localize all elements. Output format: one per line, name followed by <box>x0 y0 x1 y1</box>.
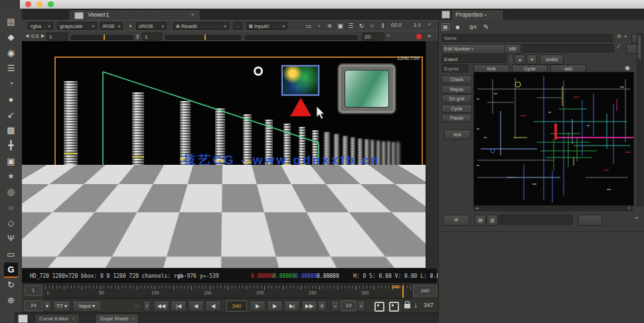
transport-forward-button-0[interactable]: ▶ <box>250 300 266 312</box>
sidebar-deep-icon[interactable]: ◎ <box>0 185 22 199</box>
edit-number-dropdown[interactable]: Edit Number ▾ <box>442 44 507 54</box>
pause-icon[interactable]: ‖ <box>378 22 388 30</box>
transport-back-button-3[interactable]: ◀ <box>205 300 221 312</box>
downsample-dropdown[interactable]: 20 <box>362 33 384 41</box>
texture-thumbnail[interactable] <box>282 65 319 96</box>
gain-right-arrow[interactable]: ▶ <box>41 33 44 39</box>
frame-field[interactable]: 340 <box>226 300 247 312</box>
transport-back-button-2[interactable]: ◀ <box>188 300 204 312</box>
ax-icon[interactable]: a× <box>469 23 477 31</box>
sidebar-metadata-icon[interactable]: ◇ <box>0 216 22 230</box>
pixel-ratio[interactable]: 1:1 <box>414 22 421 28</box>
tab-viewer1[interactable]: Viewer1 × <box>68 9 201 21</box>
sidebar-transform-icon[interactable]: ╋ <box>0 138 22 152</box>
refresh-icon[interactable]: ↻ <box>357 22 366 30</box>
tt-dropdown[interactable]: TT ▾ <box>53 300 70 312</box>
canvas-v-scrollbar[interactable] <box>637 33 643 206</box>
pane-icon[interactable] <box>18 314 28 323</box>
up-button[interactable]: ▴ <box>515 54 525 64</box>
pane-icon[interactable] <box>442 11 450 19</box>
channels-dropdown[interactable]: grayscale▾ <box>57 22 97 30</box>
graph-search-field[interactable] <box>499 215 573 225</box>
gain-input[interactable]: 1 <box>46 33 68 41</box>
frame-ruler[interactable]: 150100150200250300340 <box>44 284 412 298</box>
sidebar-g-logo[interactable]: G <box>4 263 18 278</box>
minimize-window-button[interactable] <box>37 1 42 7</box>
input-cursor-icon[interactable]: ➣ <box>427 33 432 39</box>
tab-curve-editor[interactable]: Curve Editor× <box>35 314 80 323</box>
sidebar-views-icon[interactable]: ○ <box>0 201 22 215</box>
sidebar-draw-icon[interactable]: ◆ <box>0 30 22 44</box>
zoom-level[interactable]: 02.0 <box>391 22 402 28</box>
input-b-dropdown[interactable]: B Input0▾ <box>246 22 287 30</box>
playhead[interactable] <box>402 285 404 298</box>
sidebar-help-icon[interactable]: ⊕ <box>0 293 22 307</box>
grid-toggle-icon[interactable]: ▤ <box>475 215 486 226</box>
fullscreen-toggle-icon[interactable] <box>374 302 384 312</box>
grid-icon[interactable]: ▦ <box>442 23 449 31</box>
increment-button[interactable]: + <box>357 300 365 312</box>
swatch-icon[interactable]: ■ <box>455 23 459 31</box>
sidebar-viewer-layout-icon[interactable]: ▤ <box>0 15 22 29</box>
transport-forward-button-2[interactable]: ▶| <box>284 300 300 312</box>
gamma-input[interactable]: 1 <box>142 33 162 41</box>
zoom-caret-icon[interactable]: ▾ <box>428 22 431 27</box>
extent-field[interactable]: Extent <box>442 54 507 63</box>
sidebar-color-icon[interactable]: ◔ <box>0 76 22 90</box>
paw-button[interactable]: ✳ <box>443 215 469 226</box>
monitor-thumbnail[interactable] <box>337 63 396 114</box>
sidebar-merge-icon[interactable]: ▩ <box>0 123 22 137</box>
node-graph-canvas[interactable] <box>473 72 634 206</box>
close-icon[interactable]: × <box>191 10 195 20</box>
sidebar-time-icon[interactable]: ◉ <box>0 46 22 60</box>
transport-forward-button-1[interactable]: ▶ <box>267 300 283 312</box>
knob-button-chans[interactable]: Chans <box>442 75 472 84</box>
gamma-slider[interactable] <box>165 35 241 40</box>
revert-icon[interactable]: ⊙ <box>617 33 621 39</box>
flipbook-toggle-icon[interactable] <box>389 302 399 312</box>
increment-field[interactable]: 10 <box>341 300 357 311</box>
test-button[interactable]: test <box>444 130 471 140</box>
transport-back-button-0[interactable]: ◀◀ <box>153 300 169 312</box>
format-frame-icon[interactable]: ▭ <box>303 22 313 30</box>
sidebar-particles-icon[interactable]: ✶ <box>0 169 22 183</box>
gain-left-arrow[interactable]: ◀ <box>25 33 29 39</box>
transport-forward-button-3[interactable]: ▶▶ <box>301 300 317 312</box>
status-caret-icon[interactable]: ▾ <box>430 269 433 284</box>
roi-icon[interactable]: ○ <box>367 22 377 30</box>
node-name-field[interactable]: Name <box>442 34 613 42</box>
anchor-icon[interactable]: ȴ <box>415 302 417 308</box>
proxy-icon[interactable]: ▫ <box>314 22 324 30</box>
graph-action-button[interactable] <box>578 215 602 226</box>
display-dropdown[interactable]: RGB▾ <box>100 22 123 30</box>
lock-range-icon[interactable] <box>404 304 410 308</box>
range-start-box[interactable]: 1 <box>25 285 42 296</box>
eye-icon[interactable]: ◉ <box>625 64 630 71</box>
sidebar-toolsets-icon[interactable]: Ψ <box>0 231 22 245</box>
knob-button-pause[interactable]: Pause <box>442 114 472 122</box>
expression-field[interactable] <box>523 44 614 53</box>
record-indicator[interactable] <box>416 34 422 39</box>
extra-slider[interactable] <box>245 35 358 40</box>
downsample-caret-icon[interactable]: ▾ <box>387 33 390 39</box>
pencil-icon[interactable]: ✎ <box>483 23 489 31</box>
sidebar-threed-cube-icon[interactable]: ▣ <box>0 154 22 168</box>
fps-box[interactable]: 24 <box>24 300 43 311</box>
sidebar-keyer-icon[interactable]: ↙ <box>0 108 22 122</box>
knob-button-cycle[interactable]: Cycle <box>442 104 472 113</box>
snap-toggle-icon[interactable]: ▥ <box>487 215 498 226</box>
viewer-viewport[interactable]: 1200,720 HD_720 技艺CG - www.qdnxxfb.cn <box>22 41 426 268</box>
sidebar-other-icon[interactable]: ▭ <box>0 247 22 261</box>
decrement-button[interactable]: – <box>331 300 339 312</box>
fps-caret-button[interactable]: ▾ <box>43 300 51 312</box>
transport-back-button-1[interactable]: |◀ <box>171 300 187 312</box>
knob-button-repos[interactable]: Repos <box>442 85 472 94</box>
sidebar-channel-icon[interactable]: ☰ <box>0 61 22 75</box>
knob-button-do-grid[interactable]: Do grid <box>442 94 472 103</box>
layer-dropdown[interactable]: rgba▾ <box>28 22 53 30</box>
info-button[interactable]: i <box>143 300 151 312</box>
tab-dope-sheet[interactable]: Dope Sheet× <box>96 314 139 323</box>
wipe-icon[interactable]: ≋ <box>325 22 335 30</box>
canvas-h-scrollbar[interactable]: ◂▸⚙ <box>473 205 633 211</box>
down-button[interactable]: ▾ <box>526 54 537 64</box>
